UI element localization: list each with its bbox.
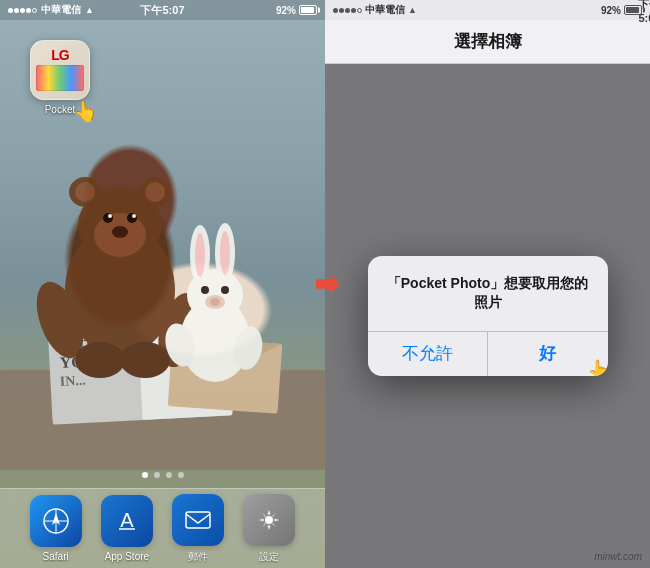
signal-bars xyxy=(8,8,37,13)
dialog-title: 「Pocket Photo」想要取用您的照片 xyxy=(384,274,592,310)
bear-illustration: WHATEV YOU T IN... xyxy=(0,70,325,470)
nav-bar: 選擇相簿 xyxy=(325,20,650,64)
svg-point-22 xyxy=(75,342,125,378)
signal-bars-right xyxy=(333,8,362,13)
signal-dot-3 xyxy=(20,8,25,13)
lg-logo: LG xyxy=(51,47,68,63)
battery-percent-left: 92% xyxy=(276,5,296,16)
signal-dot-1 xyxy=(8,8,13,13)
wifi-icon-left: ▲ xyxy=(85,5,94,15)
signal-dot-r4 xyxy=(351,8,356,13)
carrier-info-left: 中華電信 ▲ xyxy=(8,3,94,17)
content-area: 「Pocket Photo」想要取用您的照片 不允許 好 👆 xyxy=(325,64,650,568)
dock-label-appstore: App Store xyxy=(105,551,149,562)
cursor-hand-icon: 👆 xyxy=(73,99,98,123)
battery-icon-left xyxy=(299,5,317,15)
dock-label-mail: 郵件 xyxy=(188,550,208,564)
safari-icon xyxy=(30,495,82,547)
signal-dot-4 xyxy=(26,8,31,13)
app-icon-label: Pocket xyxy=(45,104,76,115)
ok-button[interactable]: 好 👆 xyxy=(488,332,608,376)
signal-dot-2 xyxy=(14,8,19,13)
svg-point-43 xyxy=(265,516,273,524)
signal-dot-r2 xyxy=(339,8,344,13)
watermark: minwt.com xyxy=(594,551,642,562)
signal-dot-5 xyxy=(32,8,37,13)
svg-point-30 xyxy=(201,286,209,294)
svg-point-13 xyxy=(145,182,165,202)
svg-point-17 xyxy=(108,214,112,218)
permission-dialog: 「Pocket Photo」想要取用您的照片 不允許 好 👆 xyxy=(368,256,608,375)
nav-title: 選擇相簿 xyxy=(454,30,522,53)
pocket-photo-app-icon[interactable]: LG Pocket 👆 xyxy=(30,40,90,115)
battery-area-right: 92% xyxy=(601,5,642,16)
svg-point-11 xyxy=(75,182,95,202)
svg-point-23 xyxy=(120,342,170,378)
left-panel: WHATEV YOU T IN... xyxy=(0,0,325,568)
signal-dot-r1 xyxy=(333,8,338,13)
carrier-info-right: 中華電信 ▲ xyxy=(333,3,417,17)
page-dot-1 xyxy=(142,472,148,478)
svg-text:IN...: IN... xyxy=(59,373,86,389)
signal-dot-r5 xyxy=(357,8,362,13)
deny-label: 不允許 xyxy=(402,342,453,365)
dialog-buttons: 不允許 好 👆 xyxy=(368,332,608,376)
dock-label-safari: Safari xyxy=(43,551,69,562)
battery-fill-left xyxy=(301,7,314,13)
dock-item-mail[interactable]: 郵件 xyxy=(172,494,224,564)
svg-point-31 xyxy=(221,286,229,294)
photo-strip xyxy=(36,65,84,91)
signal-dot-r3 xyxy=(345,8,350,13)
icon-box: LG xyxy=(30,40,90,100)
dock-label-settings: 設定 xyxy=(259,550,279,564)
page-indicator xyxy=(142,472,184,478)
wifi-icon-right: ▲ xyxy=(408,5,417,15)
battery-tip-right xyxy=(643,8,645,13)
icon-box-inner: LG xyxy=(31,41,89,99)
svg-point-27 xyxy=(195,233,205,277)
battery-icon-right xyxy=(624,5,642,15)
svg-rect-42 xyxy=(186,512,210,528)
time-left: 下午5:07 xyxy=(140,3,184,18)
dock-item-safari[interactable]: Safari xyxy=(30,495,82,562)
cursor-hand-dialog-icon: 👆 xyxy=(587,358,608,376)
status-bar-right: 中華電信 ▲ 下午5:07 92% xyxy=(325,0,650,20)
dock-item-appstore[interactable]: A App Store xyxy=(101,495,153,562)
svg-point-16 xyxy=(127,213,137,223)
dock: Safari A App Store 郵件 xyxy=(0,488,325,568)
svg-point-29 xyxy=(220,231,230,275)
battery-percent-right: 92% xyxy=(601,5,621,16)
svg-point-19 xyxy=(112,226,128,238)
mail-icon xyxy=(172,494,224,546)
dock-item-settings[interactable]: 設定 xyxy=(243,494,295,564)
page-dot-4 xyxy=(178,472,184,478)
deny-button[interactable]: 不允許 xyxy=(368,332,489,376)
svg-point-15 xyxy=(103,213,113,223)
page-dot-2 xyxy=(154,472,160,478)
dialog-content: 「Pocket Photo」想要取用您的照片 xyxy=(368,256,608,330)
right-panel: 中華電信 ▲ 下午5:07 92% 選擇相簿 「Pocket Photo」想要取… xyxy=(325,0,650,568)
status-bar-left: 中華電信 ▲ 下午5:07 92% xyxy=(0,0,325,20)
ok-label: 好 xyxy=(539,342,556,365)
svg-text:A: A xyxy=(120,509,134,531)
battery-area-left: 92% xyxy=(276,5,317,16)
settings-icon xyxy=(243,494,295,546)
battery-fill-right xyxy=(626,7,639,13)
dialog-overlay: 「Pocket Photo」想要取用您的照片 不允許 好 👆 xyxy=(325,64,650,568)
carrier-name-right: 中華電信 xyxy=(365,3,405,17)
svg-point-18 xyxy=(132,214,136,218)
page-dot-3 xyxy=(166,472,172,478)
appstore-icon: A xyxy=(101,495,153,547)
svg-point-33 xyxy=(210,298,220,306)
carrier-name-left: 中華電信 xyxy=(41,3,81,17)
